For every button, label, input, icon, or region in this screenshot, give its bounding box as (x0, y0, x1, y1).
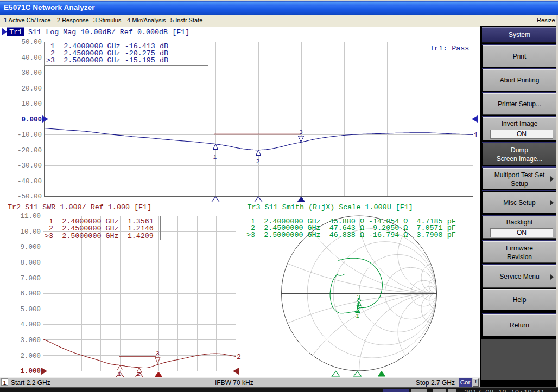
svg-text:4.000: 4.000 (20, 321, 41, 329)
svg-text:-50.00: -50.00 (17, 193, 42, 201)
svg-text:50.00: 50.00 (21, 38, 42, 46)
svg-text:3.000: 3.000 (20, 337, 41, 344)
svg-text:2.000: 2.000 (20, 352, 41, 360)
svg-text:Tr3 S11 Smith (R+jX) Scale 1.0: Tr3 S11 Smith (R+jX) Scale 1.000U [F1] (248, 203, 413, 211)
svg-text:Tr1: Tr1 (9, 28, 22, 36)
svg-text:Tr2 S11 SWR 1.000/ Ref 1.000 [: Tr2 S11 SWR 1.000/ Ref 1.000 [F1] (8, 203, 151, 211)
svg-text:>3 2.5000000 GHz -15.195 dB: >3 2.5000000 GHz -15.195 dB (46, 56, 168, 65)
svg-text:5.000: 5.000 (20, 306, 41, 313)
svg-text:>3 2.5000000 GHz 1.4209: >3 2.5000000 GHz 1.4209 (45, 232, 154, 240)
svg-text:-40.00: -40.00 (17, 178, 42, 185)
svg-text:10.00: 10.00 (20, 228, 41, 236)
svg-text:-30.00: -30.00 (17, 162, 42, 170)
svg-text:6.000: 6.000 (20, 290, 41, 298)
svg-text:2: 2 (256, 158, 260, 165)
svg-text:30.00: 30.00 (21, 69, 42, 77)
svg-text:1: 1 (474, 131, 478, 139)
svg-text:Tr1: Pass: Tr1: Pass (430, 44, 469, 53)
svg-text:11.00: 11.00 (20, 213, 41, 220)
svg-text:0.000: 0.000 (21, 116, 42, 124)
svg-text:-20.00: -20.00 (17, 147, 42, 155)
svg-text:10.00: 10.00 (21, 100, 42, 108)
svg-text:S11 Log Mag 10.00dB/ Ref 0.000: S11 Log Mag 10.00dB/ Ref 0.000dB [F1] (28, 28, 189, 36)
svg-text:-10.00: -10.00 (17, 131, 42, 139)
svg-text:>3 2.5000000 GHz 46.838 Ω -1: >3 2.5000000 GHz 46.838 Ω -16.794 Ω 3.79… (246, 231, 456, 239)
svg-text:7.000: 7.000 (20, 275, 41, 282)
svg-text:1: 1 (213, 153, 217, 160)
svg-text:2: 2 (237, 353, 241, 361)
svg-text:3: 3 (299, 128, 303, 136)
svg-text:2: 2 (137, 370, 141, 377)
svg-text:1.000: 1.000 (20, 368, 41, 375)
svg-text:1: 1 (356, 313, 359, 319)
svg-text:40.00: 40.00 (21, 54, 42, 62)
svg-text:8.000: 8.000 (20, 259, 41, 267)
svg-text:20.00: 20.00 (21, 85, 42, 93)
svg-text:3: 3 (156, 350, 160, 357)
svg-text:3: 3 (357, 294, 360, 300)
svg-text:1: 1 (118, 370, 122, 377)
svg-text:9.000: 9.000 (20, 243, 41, 251)
